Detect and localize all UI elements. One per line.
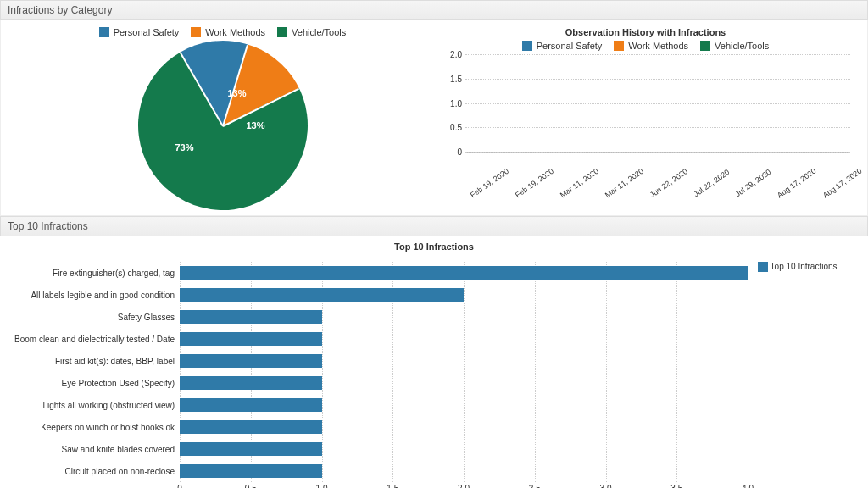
- x-tick: 2.0: [458, 484, 470, 488]
- swatch-top10: [758, 262, 768, 272]
- y-tick: 2.0: [443, 50, 462, 59]
- top10-plot: 00.51.01.52.02.53.03.54.0: [180, 262, 748, 488]
- panel-header-category: Infractions by Category: [0, 0, 868, 20]
- history-plot: 00.51.01.52.0 Feb 19, 2020Feb 19, 2020Ma…: [441, 54, 850, 164]
- top10-y-labels: Fire extinguisher(s) charged, tagAll lab…: [10, 262, 180, 488]
- x-tick: 1.5: [387, 484, 398, 488]
- swatch-vehicle-tools: [277, 27, 287, 37]
- legend-work-methods[interactable]: Work Methods: [614, 41, 688, 51]
- panel-header-top10: Top 10 Infractions: [0, 216, 868, 236]
- panel-title: Top 10 Infractions: [8, 220, 88, 232]
- history-chart-title: Observation History with Infractions: [434, 27, 857, 37]
- hbar-category-label: Safety Glasses: [10, 306, 180, 328]
- legend-personal-safety[interactable]: Personal Safety: [522, 41, 603, 51]
- swatch-work-methods: [191, 27, 201, 37]
- legend-work-methods[interactable]: Work Methods: [191, 27, 265, 37]
- legend-vehicle-tools[interactable]: Vehicle/Tools: [700, 41, 769, 51]
- x-tick: 4.0: [742, 484, 754, 488]
- hbar[interactable]: [180, 332, 322, 346]
- pie-slice-label: 73%: [175, 142, 194, 152]
- hbar[interactable]: [180, 420, 322, 434]
- y-tick: 0.5: [443, 123, 462, 132]
- legend-label: Work Methods: [205, 27, 265, 37]
- history-chart-container: Observation History with Infractions Per…: [434, 27, 857, 210]
- x-tick: 3.5: [670, 484, 682, 488]
- y-tick: 1.5: [443, 74, 462, 83]
- hbar-category-label: Keepers on winch or hoist hooks ok: [10, 416, 180, 438]
- y-tick: 1.0: [443, 98, 462, 108]
- legend-label: Vehicle/Tools: [292, 27, 346, 37]
- pie-legend: Personal Safety Work Methods Vehicle/Too…: [11, 27, 434, 37]
- x-tick: Feb 19, 2020: [469, 167, 510, 200]
- hbar-category-label: All labels legible and in good condition: [10, 284, 180, 306]
- hbar[interactable]: [180, 288, 464, 302]
- top10-panel-body: Top 10 Infractions Fire extinguisher(s) …: [0, 236, 868, 488]
- swatch-vehicle-tools: [700, 41, 710, 51]
- hbar-category-label: Circuit placed on non-reclose: [10, 460, 180, 482]
- swatch-work-methods: [614, 41, 624, 51]
- legend-label: Vehicle/Tools: [715, 41, 769, 51]
- top10-legend[interactable]: Top 10 Infractions: [748, 262, 858, 488]
- x-tick: Jun 22, 2020: [648, 167, 689, 199]
- x-tick: Aug 17, 2020: [776, 167, 818, 200]
- pie-slice-label: 13%: [228, 88, 247, 98]
- x-tick: 0.5: [245, 484, 257, 488]
- x-tick: Mar 11, 2020: [604, 167, 645, 200]
- x-tick: Jul 29, 2020: [734, 168, 773, 198]
- legend-label: Personal Safety: [537, 41, 603, 51]
- legend-label: Work Methods: [628, 41, 688, 51]
- top10-chart: Fire extinguisher(s) charged, tagAll lab…: [0, 255, 868, 488]
- legend-personal-safety[interactable]: Personal Safety: [99, 27, 180, 37]
- legend-vehicle-tools[interactable]: Vehicle/Tools: [277, 27, 346, 37]
- hbar-category-label: Fire extinguisher(s) charged, tag: [10, 262, 180, 284]
- category-panel-body: Personal Safety Work Methods Vehicle/Too…: [0, 20, 868, 216]
- hbar-category-label: Lights all working (obstructed view): [10, 394, 180, 416]
- legend-label: Top 10 Infractions: [771, 262, 837, 271]
- hbar[interactable]: [180, 398, 322, 412]
- x-tick: 3.0: [600, 484, 612, 488]
- x-tick: Jul 22, 2020: [693, 168, 732, 198]
- pie-slice-label: 13%: [247, 120, 265, 130]
- hbar[interactable]: [180, 464, 322, 478]
- x-tick: Aug 17, 2020: [821, 167, 864, 200]
- swatch-personal-safety: [99, 27, 109, 37]
- hbar-category-label: First aid kit(s): dates, BBP, label: [10, 350, 180, 372]
- hbar[interactable]: [180, 354, 322, 368]
- pie-chart-container: Personal Safety Work Methods Vehicle/Too…: [11, 27, 434, 210]
- y-tick: 0: [443, 147, 462, 157]
- hbar-category-label: Saw and knife blades covered: [10, 438, 180, 460]
- hbar-category-label: Eye Protection Used (Specify): [10, 372, 180, 394]
- swatch-personal-safety: [522, 41, 532, 51]
- panel-title: Infractions by Category: [8, 4, 112, 16]
- x-tick: Feb 19, 2020: [514, 167, 555, 200]
- hbar[interactable]: [180, 266, 748, 280]
- pie-chart: 13% 13% 73%: [138, 41, 308, 210]
- hbar[interactable]: [180, 376, 322, 390]
- top10-chart-title: Top 10 Infractions: [0, 241, 868, 252]
- x-tick: Mar 11, 2020: [559, 167, 600, 200]
- hbar[interactable]: [180, 442, 322, 456]
- hbar-category-label: Boom clean and dielectrically tested / D…: [10, 328, 180, 350]
- hbar[interactable]: [180, 310, 322, 324]
- x-tick: 0: [177, 484, 182, 488]
- legend-label: Personal Safety: [114, 27, 180, 37]
- x-tick: 2.5: [529, 484, 541, 488]
- x-tick: 1.0: [316, 484, 328, 488]
- history-legend: Personal Safety Work Methods Vehicle/Too…: [434, 41, 857, 51]
